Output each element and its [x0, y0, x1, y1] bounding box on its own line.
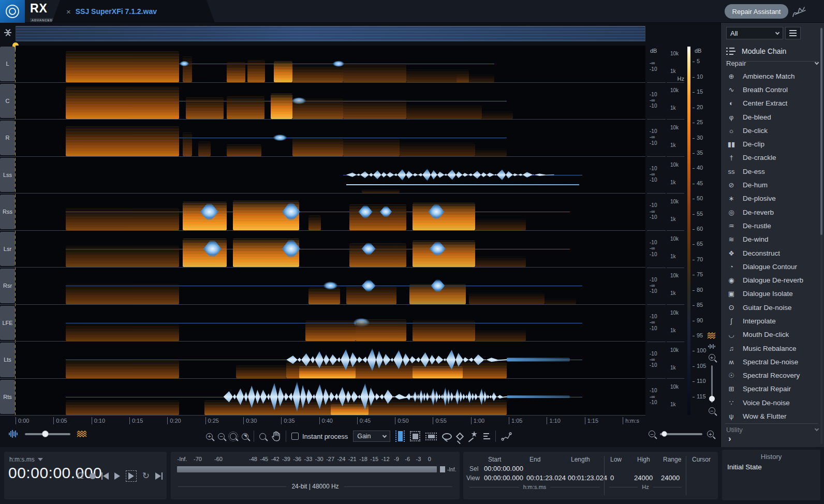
vertical-zoom-knob[interactable] [709, 396, 715, 402]
waveform-spectrogram-balance-slider[interactable] [25, 433, 70, 435]
module-item-interpolate[interactable]: ∫Interpolate [726, 314, 817, 328]
module-item-dialogue-isolate[interactable]: ▣Dialogue Isolate [726, 287, 817, 301]
zoom-selection-icon[interactable] [230, 433, 237, 440]
module-item-de-ess[interactable]: ssDe-ess [726, 165, 817, 178]
channel-spectrogram[interactable] [16, 194, 645, 230]
meter-bar[interactable] [177, 466, 437, 472]
channel-label[interactable]: Rsr [0, 269, 15, 303]
timeline-ruler[interactable]: 0:000:050:100:150:200:250:300:350:400:45… [16, 416, 645, 426]
repair-assistant-button[interactable]: Repair Assistant [725, 4, 788, 19]
module-item-de-clip[interactable]: ▮▮De-clip [726, 137, 817, 151]
lasso-selection-tool[interactable] [442, 433, 452, 440]
module-item-dialogue-de-reverb[interactable]: ◉Dialogue De-reverb [726, 273, 817, 287]
find-similar-tool[interactable] [483, 433, 490, 440]
h-zoom-slider[interactable] [660, 433, 702, 435]
module-item-de-wind[interactable]: ≋De-wind [726, 233, 817, 246]
module-item-spectral-repair[interactable]: ⊞Spectral Repair [726, 382, 817, 396]
module-item-music-rebalance[interactable]: ♫Music Rebalance [726, 342, 817, 355]
channel-label[interactable]: LFE [0, 306, 15, 340]
channel-spectrogram[interactable] [16, 305, 645, 342]
skip-to-end-icon[interactable] [155, 472, 163, 480]
view-end-value[interactable]: 00:01:23.024 [526, 474, 566, 482]
channel-spectrogram[interactable] [16, 83, 645, 120]
module-item-wow-flutter[interactable]: ψWow & Flutter [726, 409, 817, 423]
channel-label[interactable]: Rss [0, 195, 15, 229]
meter-clip-indicator[interactable] [440, 466, 445, 472]
magnify-tool-icon[interactable] [259, 433, 266, 440]
repair-section-header[interactable]: Repair [726, 58, 818, 68]
module-item-de-plosive[interactable]: ∗De-plosive [726, 192, 817, 205]
module-item-de-reverb[interactable]: ◎De-reverb [726, 205, 817, 219]
channel-label[interactable]: C [0, 84, 15, 118]
channel-spectrogram[interactable] [16, 231, 645, 268]
view-length-value[interactable]: 00:01:23.024 [568, 474, 607, 482]
vertical-zoom-slider[interactable] [711, 365, 713, 403]
utility-section-header[interactable]: Utility [726, 424, 818, 435]
channel-label[interactable]: L [0, 47, 15, 81]
low-value[interactable]: 0 [610, 474, 614, 482]
h-zoom-in-icon[interactable]: + [707, 431, 714, 437]
collapse-overview-icon[interactable] [4, 28, 11, 37]
channel-spectrogram[interactable] [16, 268, 645, 304]
sidebar-scrollbar[interactable] [820, 27, 822, 444]
balance-knob[interactable] [42, 431, 49, 437]
module-item-dialogue-contour[interactable]: ◔Dialogue Contour [726, 260, 817, 273]
module-item-guitar-de-noise[interactable]: ʘGuitar De-noise [726, 301, 817, 314]
time-format-dropdown[interactable]: h:m:s.ms [9, 456, 43, 463]
spectrogram-icon[interactable] [77, 430, 87, 438]
vertical-zoom-out-icon[interactable]: − [709, 407, 715, 414]
skip-to-start-icon[interactable] [101, 472, 109, 480]
channel-spectrogram[interactable] [16, 379, 645, 416]
zoom-out-icon[interactable]: − [218, 433, 225, 440]
module-item-deconstruct[interactable]: ❖Deconstruct [726, 246, 817, 260]
brush-selection-tool[interactable] [456, 432, 464, 440]
vertical-zoom-in-icon[interactable]: + [709, 354, 715, 361]
module-item-voice-de-noise[interactable]: ∵Voice De-noise [726, 396, 817, 409]
loop-icon[interactable]: ↻ [142, 472, 150, 480]
play-selection-icon[interactable] [126, 470, 137, 482]
izotope-logo[interactable] [0, 0, 25, 23]
view-start-value[interactable]: 00:00:00.000 [484, 474, 523, 482]
channel-label[interactable]: Lts [0, 343, 15, 377]
zoom-in-icon[interactable]: + [206, 433, 213, 440]
zoom-reset-icon[interactable]: ◥ [242, 433, 248, 440]
module-item-mouth-de-click[interactable]: ◡Mouth De-click [726, 328, 817, 342]
sidebar-scrollbar-thumb[interactable] [820, 28, 822, 235]
module-item-de-crackle[interactable]: †De-crackle [726, 151, 817, 165]
channel-spectrogram[interactable] [16, 342, 645, 378]
h-zoom-knob[interactable] [661, 431, 667, 437]
module-filter-dropdown[interactable]: All [726, 27, 783, 39]
frequency-selection-tool[interactable] [425, 433, 437, 440]
channel-spectrogram[interactable] [16, 120, 645, 156]
channel-label[interactable]: Rts [0, 380, 15, 414]
module-item-de-click[interactable]: ☼De-click [726, 124, 817, 137]
channel-label[interactable]: R [0, 121, 15, 155]
module-menu-button[interactable] [785, 27, 801, 39]
time-selection-tool[interactable] [395, 431, 405, 442]
module-item-breath-control[interactable]: ∿Breath Control [726, 83, 817, 96]
high-value[interactable]: 24000 [634, 474, 653, 482]
channel-spectrogram[interactable] [16, 46, 645, 82]
channel-label[interactable]: Lss [0, 158, 15, 192]
process-dropdown[interactable]: Gain [353, 431, 390, 442]
overview-minimap[interactable] [16, 26, 645, 41]
module-item-spectral-de-noise[interactable]: ʍSpectral De-noise [726, 355, 817, 368]
spectrogram-view-icon[interactable] [707, 332, 716, 339]
h-zoom-out-icon[interactable]: − [649, 431, 655, 437]
history-item[interactable]: Initial State [727, 462, 815, 472]
waveform-icon[interactable] [8, 429, 19, 438]
module-item-de-hum[interactable]: ⊘De-hum [726, 178, 817, 191]
file-tab[interactable]: × SSJ SuperXFi 7.1.2.wav [52, 0, 215, 23]
module-item-ambience-match[interactable]: ⊕Ambience Match [726, 69, 817, 83]
module-item-de-bleed[interactable]: φDe-bleed [726, 110, 817, 124]
declick-points-icon[interactable] [501, 432, 512, 441]
channel-label[interactable]: Lsr [0, 232, 15, 266]
tab-close-icon[interactable]: × [66, 7, 71, 16]
sidebar-expand-arrow[interactable]: › [728, 434, 731, 444]
time-frequency-selection-tool[interactable] [410, 431, 420, 441]
instant-process-checkbox[interactable] [291, 433, 299, 440]
record-icon[interactable] [90, 473, 96, 479]
grab-tool-icon[interactable] [271, 431, 281, 441]
channel-spectrogram[interactable] [16, 157, 645, 194]
module-item-spectral-recovery[interactable]: ☉Spectral Recovery [726, 369, 817, 382]
